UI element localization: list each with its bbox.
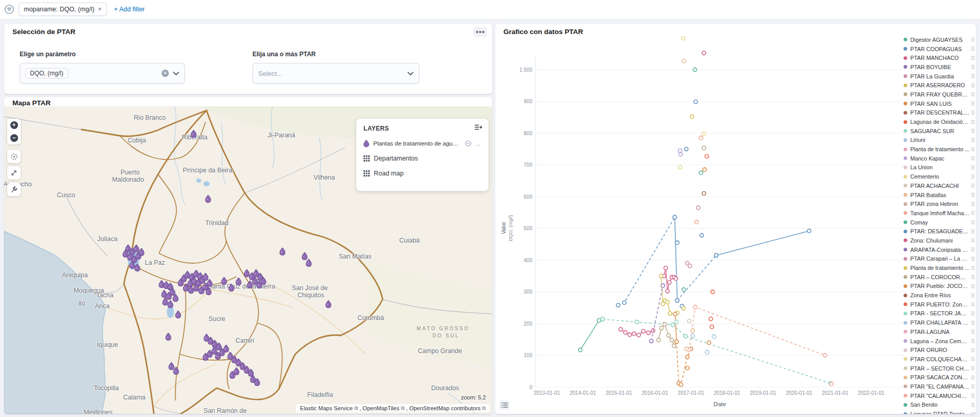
- wrench-button[interactable]: [7, 183, 21, 196]
- legend-color-dot[interactable]: [904, 339, 907, 343]
- legend-color-dot[interactable]: [904, 275, 907, 279]
- legend-item[interactable]: Digestor AGUAYSES: [904, 35, 975, 44]
- legend-item[interactable]: PTAR-LAGUNA: [904, 327, 975, 336]
- legend-color-dot[interactable]: [904, 403, 907, 407]
- legend-item[interactable]: Zona Entre Ríos: [904, 291, 975, 300]
- ptar-map-marker[interactable]: [203, 353, 209, 361]
- ptar-map-marker[interactable]: [222, 277, 227, 285]
- param-combobox[interactable]: DQO, (mg/l) ✕: [20, 63, 185, 84]
- attribution-link[interactable]: OpenStreetMap contributors: [409, 405, 481, 411]
- layer-item-roadmap[interactable]: Road map: [363, 170, 481, 177]
- legend-color-dot[interactable]: [904, 38, 907, 41]
- legend-color-dot[interactable]: [904, 357, 907, 361]
- legend-color-dot[interactable]: [904, 384, 907, 388]
- legend-color-dot[interactable]: [904, 248, 907, 251]
- ptar-map-marker[interactable]: [135, 264, 140, 271]
- ptar-map-marker[interactable]: [176, 311, 181, 318]
- legend-color-dot[interactable]: [904, 321, 907, 325]
- param-selected-chip[interactable]: DQO, (mg/l): [25, 68, 68, 78]
- legend-item[interactable]: PTAR DESCENTRALIZ...: [904, 108, 975, 118]
- ptar-map-marker[interactable]: [166, 333, 171, 341]
- clear-selection-icon[interactable]: ✕: [162, 70, 169, 77]
- legend-item[interactable]: La Union: [904, 163, 975, 172]
- legend-item[interactable]: Cementerio: [904, 172, 975, 181]
- legend-color-dot[interactable]: [904, 412, 907, 414]
- legend-color-dot[interactable]: [904, 330, 907, 333]
- measure-button[interactable]: [7, 166, 21, 180]
- legend-color-dot[interactable]: [904, 111, 907, 115]
- legend-color-dot[interactable]: [904, 211, 907, 215]
- legend-item[interactable]: PTAR Carapari – La La...: [904, 254, 975, 264]
- legend-color-dot[interactable]: [904, 202, 907, 206]
- legend-item[interactable]: PTAR "EL CAMPANARI...: [904, 382, 975, 391]
- legend-item[interactable]: PTAR CHALLAPATA Zo...: [904, 318, 975, 327]
- legend-color-dot[interactable]: [904, 47, 907, 51]
- ptar-map-marker[interactable]: [236, 278, 242, 285]
- locate-button[interactable]: [7, 150, 21, 163]
- legend-color-dot[interactable]: [904, 284, 907, 288]
- legend-color-dot[interactable]: [904, 238, 907, 242]
- legend-item[interactable]: Laguna – Zona Cemen...: [904, 336, 975, 346]
- legend-item[interactable]: San Benito: [904, 400, 975, 410]
- panel-options-button[interactable]: [473, 27, 487, 37]
- legend-item[interactable]: PTAR MANCHACO: [904, 53, 975, 62]
- legend-item[interactable]: PTAR ASERRADERO: [904, 81, 975, 90]
- legend-item[interactable]: PTAR ORURO: [904, 345, 975, 355]
- legend-item[interactable]: Tanque Imhoff Machar...: [904, 208, 975, 218]
- layer-item-ptar[interactable]: Plantas de tratamiento de aguas residual…: [363, 140, 481, 147]
- attribution-link[interactable]: Elastic Maps Service: [300, 405, 353, 411]
- legend-color-dot[interactable]: [904, 366, 907, 370]
- legend-item[interactable]: PTAR – COROCORO (Z...: [904, 272, 975, 282]
- legend-item[interactable]: Lagunas PTAR Tarata: [904, 409, 975, 414]
- legend-color-dot[interactable]: [904, 302, 907, 306]
- legend-color-dot[interactable]: [904, 294, 907, 297]
- legend-color-dot[interactable]: [904, 312, 907, 315]
- legend-color-dot[interactable]: [904, 257, 907, 261]
- legend-color-dot[interactable]: [904, 92, 907, 96]
- legend-item[interactable]: Manco Kapac: [904, 154, 975, 163]
- legend-item[interactable]: Liriuni: [904, 136, 975, 145]
- ptar-map-marker[interactable]: [326, 300, 331, 308]
- legend-item[interactable]: PTAR – SECTOR CHISI...: [904, 364, 975, 373]
- layer-item-departamentos[interactable]: Departamentos: [363, 155, 481, 162]
- ptar-map-marker[interactable]: [247, 281, 253, 288]
- filter-pill[interactable]: mopaname: DQO, (mg/l) ×: [19, 3, 107, 16]
- ptar-combobox[interactable]: Select...: [252, 63, 419, 84]
- ptar-map-marker[interactable]: [206, 287, 212, 295]
- legend-item[interactable]: PTAR zona Hebron: [904, 199, 975, 208]
- legend-color-dot[interactable]: [904, 166, 907, 169]
- filter-funnel-icon[interactable]: [4, 4, 14, 14]
- attribution-link[interactable]: OpenMapTiles: [362, 405, 399, 411]
- legend-color-dot[interactable]: [904, 220, 907, 224]
- zoom-out-button[interactable]: −: [7, 132, 21, 145]
- ptar-map-marker[interactable]: [139, 248, 145, 256]
- legend-color-dot[interactable]: [904, 138, 907, 142]
- legend-color-dot[interactable]: [904, 84, 907, 87]
- map-canvas[interactable]: Rio BrancoCobijaRiberaltaJi-ParanáPrínci…: [4, 106, 492, 414]
- legend-item[interactable]: PTAR "CALAMUCHITA": [904, 391, 975, 400]
- collapse-legend-icon[interactable]: [475, 124, 482, 131]
- legend-color-dot[interactable]: [904, 184, 907, 187]
- legend-color-dot[interactable]: [904, 129, 907, 133]
- ptar-map-marker[interactable]: [207, 279, 213, 287]
- legend-item[interactable]: PTAR COLQUECHACA...: [904, 355, 975, 364]
- legend-item[interactable]: PTAR SAN LUIS: [904, 99, 975, 108]
- legend-toggle-button[interactable]: [499, 400, 510, 410]
- ptar-map-marker[interactable]: [306, 259, 312, 267]
- legend-item[interactable]: Planta de tratamiento ...: [904, 263, 975, 272]
- add-filter-button[interactable]: + Add filter: [114, 6, 145, 13]
- legend-color-dot[interactable]: [904, 148, 907, 151]
- legend-color-dot[interactable]: [904, 156, 907, 160]
- legend-item[interactable]: PTAR Batallas: [904, 190, 975, 200]
- legend-item[interactable]: PTAR SACACA ZONA ...: [904, 373, 975, 382]
- ptar-map-marker[interactable]: [230, 371, 235, 379]
- ptar-map-marker[interactable]: [224, 345, 229, 352]
- ptar-map-marker[interactable]: [261, 277, 266, 285]
- legend-item[interactable]: PTAR PUERTO: Zona ...: [904, 300, 975, 309]
- ptar-map-marker[interactable]: [123, 250, 129, 258]
- legend-color-dot[interactable]: [904, 193, 907, 197]
- legend-color-dot[interactable]: [904, 230, 907, 233]
- legend-item[interactable]: PTAR COOPAGUAS: [904, 44, 975, 54]
- legend-item[interactable]: Lagunas de Oxidación...: [904, 117, 975, 126]
- legend-color-dot[interactable]: [904, 175, 907, 179]
